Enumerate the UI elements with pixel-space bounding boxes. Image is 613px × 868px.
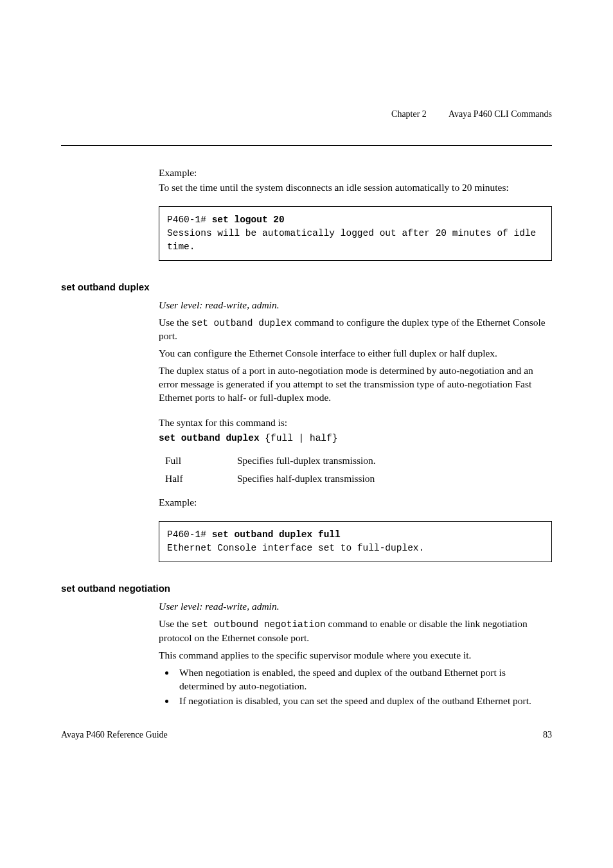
param-row: Full Specifies full-duplex transmission.: [159, 455, 552, 466]
list-item: When negotiation is enabled, the speed a…: [175, 666, 552, 693]
code-command-line: P460-1# set logout 20: [167, 213, 544, 227]
list-item: If negotiation is disabled, you can set …: [175, 695, 552, 708]
syntax-label: The syntax for this command is:: [159, 416, 552, 430]
bullet-list: When negotiation is enabled, the speed a…: [159, 666, 552, 708]
syntax-cmd-rest: {full | half}: [265, 433, 337, 443]
example-label-2: Example:: [159, 496, 552, 509]
example-desc: To set the time until the system disconn…: [159, 181, 552, 195]
syntax-cmd: set outband duplex {full | half}: [159, 431, 552, 445]
para1-code: set outband duplex: [191, 318, 292, 328]
footer-page-number: 83: [543, 730, 552, 740]
code-command: set logout 20: [212, 215, 285, 225]
header-divider: [61, 145, 552, 146]
code-box-1: P460-1# set logout 20 Sessions will be a…: [159, 206, 552, 261]
code-prompt: P460-1#: [167, 215, 212, 225]
user-level: User level: read-write, admin.: [159, 600, 552, 614]
code-command: set outband duplex full: [212, 529, 341, 540]
section1-para2: You can configure the Ethernet Console i…: [159, 347, 552, 360]
param-desc: Specifies half-duplex transmission: [237, 473, 375, 484]
param-desc: Specifies full-duplex transmission.: [237, 455, 376, 466]
example-block-1: Example: To set the time until the syste…: [159, 166, 552, 261]
section1-para1: Use the set outband duplex command to co…: [159, 316, 552, 343]
code-box-2: P460-1# set outband duplex full Ethernet…: [159, 521, 552, 562]
footer-left: Avaya P460 Reference Guide: [61, 730, 168, 740]
user-level: User level: read-write, admin.: [159, 299, 552, 312]
code-prompt: P460-1#: [167, 529, 212, 540]
para1-a: Use the: [159, 618, 191, 629]
chapter-label: Chapter 2: [391, 109, 427, 120]
param-table: Full Specifies full-duplex transmission.…: [159, 455, 552, 484]
page-footer: Avaya P460 Reference Guide 83: [61, 730, 552, 740]
syntax-cmd-bold: set outband duplex: [159, 433, 265, 443]
section1-para3: The duplex status of a port in auto-nego…: [159, 364, 552, 405]
section-heading-set-outband-negotiation: set outband negotiation: [61, 583, 552, 594]
param-row: Half Specifies half-duplex transmission: [159, 473, 552, 484]
para1-a: Use the: [159, 317, 191, 328]
section-1-body: User level: read-write, admin. Use the s…: [159, 299, 552, 563]
para1-code: set outbound negotiation: [191, 619, 326, 630]
code-output: Sessions will be automatically logged ou…: [167, 227, 544, 254]
example-label: Example:: [159, 166, 552, 180]
param-name: Full: [159, 455, 237, 466]
section-heading-set-outband-duplex: set outband duplex: [61, 281, 552, 292]
param-name: Half: [159, 473, 237, 484]
chapter-title: Avaya P460 CLI Commands: [449, 109, 552, 120]
section2-para1: Use the set outbound negotiation command…: [159, 617, 552, 644]
section2-para2: This command applies to the specific sup…: [159, 649, 552, 662]
page-header: Chapter 2 Avaya P460 CLI Commands: [61, 109, 552, 146]
code-output: Ethernet Console interface set to full-d…: [167, 542, 544, 555]
section-2-body: User level: read-write, admin. Use the s…: [159, 600, 552, 707]
code-command-line: P460-1# set outband duplex full: [167, 528, 544, 542]
